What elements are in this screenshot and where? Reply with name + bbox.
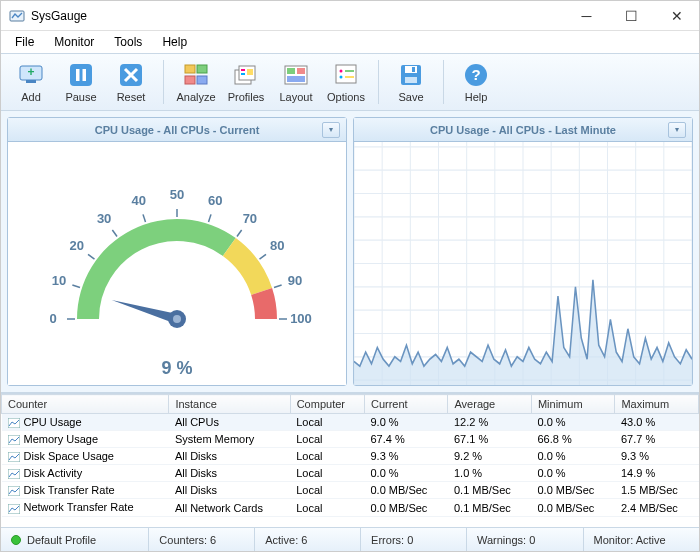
svg-rect-8 bbox=[185, 65, 195, 73]
gauge-icon: 0102030405060708090100 bbox=[27, 164, 327, 364]
options-button[interactable]: Options bbox=[322, 56, 370, 108]
svg-rect-28 bbox=[405, 77, 417, 83]
svg-text:60: 60 bbox=[208, 193, 222, 208]
toolbar-separator bbox=[163, 60, 164, 104]
svg-text:90: 90 bbox=[288, 272, 302, 287]
add-button[interactable]: + Add bbox=[7, 56, 55, 108]
help-icon: ? bbox=[462, 61, 490, 89]
close-button[interactable]: ✕ bbox=[654, 1, 699, 31]
svg-text:10: 10 bbox=[52, 272, 66, 287]
cell-average: 12.2 % bbox=[448, 414, 531, 431]
cell-instance: All CPUs bbox=[169, 414, 290, 431]
cell-current: 9.0 % bbox=[364, 414, 447, 431]
table-row[interactable]: Disk Transfer RateAll DisksLocal0.0 MB/S… bbox=[2, 482, 699, 499]
toolbar: + Add Pause Reset Analyze Profiles Layou… bbox=[1, 53, 699, 111]
reset-button[interactable]: Reset bbox=[107, 56, 155, 108]
col-average[interactable]: Average bbox=[448, 395, 531, 414]
help-button[interactable]: ? Help bbox=[452, 56, 500, 108]
gauge-body: 0102030405060708090100 9 % bbox=[8, 142, 346, 385]
titlebar: SysGauge ─ ☐ ✕ bbox=[1, 1, 699, 31]
svg-text:100: 100 bbox=[290, 311, 312, 326]
col-instance[interactable]: Instance bbox=[169, 395, 290, 414]
svg-text:20: 20 bbox=[69, 238, 83, 253]
cell-current: 0.0 MB/Sec bbox=[364, 482, 447, 499]
svg-line-50 bbox=[274, 285, 282, 287]
cell-average: 9.2 % bbox=[448, 448, 531, 465]
chart-panel: CPU Usage - All CPUs - Last Minute ▾ bbox=[353, 117, 693, 386]
svg-line-48 bbox=[260, 254, 266, 259]
cell-current: 9.3 % bbox=[364, 448, 447, 465]
col-minimum[interactable]: Minimum bbox=[531, 395, 614, 414]
counters-table-wrap[interactable]: Counter Instance Computer Current Averag… bbox=[1, 393, 699, 527]
cell-computer: Local bbox=[290, 465, 364, 482]
svg-rect-19 bbox=[297, 68, 305, 74]
gauge-value: 9 % bbox=[8, 358, 346, 379]
svg-rect-6 bbox=[83, 69, 87, 81]
cell-minimum: 0.0 MB/Sec bbox=[531, 499, 614, 516]
minimize-button[interactable]: ─ bbox=[564, 1, 609, 31]
cell-maximum: 2.4 MB/Sec bbox=[615, 499, 699, 516]
app-icon bbox=[9, 8, 25, 24]
menu-monitor[interactable]: Monitor bbox=[44, 33, 104, 51]
status-warnings: Warnings: 0 bbox=[467, 528, 584, 551]
svg-rect-4 bbox=[70, 64, 92, 86]
cell-average: 0.1 MB/Sec bbox=[448, 482, 531, 499]
svg-line-40 bbox=[143, 214, 145, 222]
cell-counter: Memory Usage bbox=[2, 431, 169, 448]
svg-rect-11 bbox=[197, 76, 207, 84]
table-row[interactable]: Disk Space UsageAll DisksLocal9.3 %9.2 %… bbox=[2, 448, 699, 465]
table-row[interactable]: CPU UsageAll CPUsLocal9.0 %12.2 %0.0 %43… bbox=[2, 414, 699, 431]
cell-minimum: 0.0 % bbox=[531, 414, 614, 431]
toolbar-separator bbox=[378, 60, 379, 104]
layout-button[interactable]: Layout bbox=[272, 56, 320, 108]
cell-maximum: 9.3 % bbox=[615, 448, 699, 465]
layout-icon bbox=[282, 61, 310, 89]
status-counters: Counters: 6 bbox=[149, 528, 255, 551]
menu-help[interactable]: Help bbox=[152, 33, 197, 51]
cell-maximum: 67.7 % bbox=[615, 431, 699, 448]
save-button[interactable]: Save bbox=[387, 56, 435, 108]
table-header-row: Counter Instance Computer Current Averag… bbox=[2, 395, 699, 414]
analyze-button[interactable]: Analyze bbox=[172, 56, 220, 108]
monitor-plus-icon: + bbox=[17, 61, 45, 89]
cell-counter: Network Transfer Rate bbox=[2, 499, 169, 516]
menu-tools[interactable]: Tools bbox=[104, 33, 152, 51]
panels-area: CPU Usage - All CPUs - Current ▾ 0102030… bbox=[1, 111, 699, 393]
svg-text:?: ? bbox=[471, 66, 480, 83]
profiles-icon bbox=[232, 61, 260, 89]
table-row[interactable]: Memory UsageSystem MemoryLocal67.4 %67.1… bbox=[2, 431, 699, 448]
svg-rect-20 bbox=[287, 76, 305, 82]
svg-rect-9 bbox=[197, 65, 207, 73]
maximize-button[interactable]: ☐ bbox=[609, 1, 654, 31]
pause-button[interactable]: Pause bbox=[57, 56, 105, 108]
cell-counter: Disk Transfer Rate bbox=[2, 482, 169, 499]
cell-minimum: 0.0 % bbox=[531, 448, 614, 465]
cell-minimum: 0.0 MB/Sec bbox=[531, 482, 614, 499]
svg-rect-2 bbox=[26, 80, 36, 83]
table-row[interactable]: Disk ActivityAll DisksLocal0.0 %1.0 %0.0… bbox=[2, 465, 699, 482]
svg-line-46 bbox=[237, 230, 242, 236]
col-computer[interactable]: Computer bbox=[290, 395, 364, 414]
status-dot-icon bbox=[11, 535, 21, 545]
cell-computer: Local bbox=[290, 431, 364, 448]
chart-panel-title: CPU Usage - All CPUs - Last Minute bbox=[378, 124, 668, 136]
chart-panel-menu-button[interactable]: ▾ bbox=[668, 122, 686, 138]
col-maximum[interactable]: Maximum bbox=[615, 395, 699, 414]
svg-rect-5 bbox=[76, 69, 80, 81]
profiles-button[interactable]: Profiles bbox=[222, 56, 270, 108]
svg-line-44 bbox=[209, 214, 211, 222]
col-current[interactable]: Current bbox=[364, 395, 447, 414]
gauge-panel-menu-button[interactable]: ▾ bbox=[322, 122, 340, 138]
svg-rect-27 bbox=[405, 66, 417, 73]
menubar: File Monitor Tools Help bbox=[1, 31, 699, 53]
col-counter[interactable]: Counter bbox=[2, 395, 169, 414]
svg-line-34 bbox=[72, 285, 80, 287]
counters-table: Counter Instance Computer Current Averag… bbox=[1, 394, 699, 517]
menu-file[interactable]: File bbox=[5, 33, 44, 51]
table-row[interactable]: Network Transfer RateAll Network CardsLo… bbox=[2, 499, 699, 516]
gauge-panel-title: CPU Usage - All CPUs - Current bbox=[32, 124, 322, 136]
cell-instance: System Memory bbox=[169, 431, 290, 448]
cell-minimum: 0.0 % bbox=[531, 465, 614, 482]
analyze-icon bbox=[182, 61, 210, 89]
cell-counter: Disk Space Usage bbox=[2, 448, 169, 465]
